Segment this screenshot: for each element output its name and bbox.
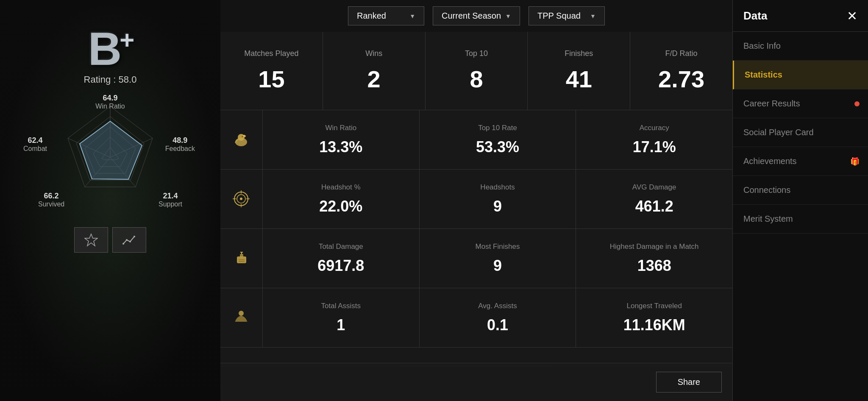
top-bar: Ranked ▼ Current Season ▼ TPP Squad ▼: [220, 0, 732, 32]
basic-info-label: Basic Info: [743, 41, 781, 50]
stat-avg-assists: Avg. Assists 0.1: [420, 288, 576, 347]
radar-svg: [51, 98, 170, 217]
main-content: Matches Played 15 Wins 2 Top 10 8 Finish…: [220, 32, 732, 401]
avg-damage-label: AVG Damage: [632, 183, 676, 192]
sidebar-title: Data: [743, 9, 767, 22]
sidebar-header: Data ✕: [733, 0, 868, 32]
row-3-cells: Total Damage 6917.8 Most Finishes 9 High…: [263, 229, 732, 288]
sidebar-nav: Basic Info Statistics Career Results Soc…: [733, 32, 868, 234]
headshot-pct-value: 22.0%: [319, 198, 362, 215]
radar-value-win-ratio: 64.9: [95, 94, 125, 103]
accuracy-label: Accuracy: [640, 123, 669, 133]
most-finishes-value: 9: [493, 257, 502, 275]
radar-value-survived: 66.2: [38, 192, 64, 200]
sidebar-item-connections[interactable]: Connections: [733, 176, 868, 205]
svg-point-15: [134, 236, 135, 237]
career-results-notification-dot: [854, 101, 860, 106]
season-label: Current Season: [442, 11, 501, 21]
grenade-icon: [220, 229, 263, 288]
radar-label-feedback-text: Feedback: [165, 145, 195, 152]
radar-value-feedback: 48.9: [165, 136, 195, 145]
fd-ratio-label: F/D Ratio: [665, 49, 698, 58]
highest-damage-value: 1368: [637, 257, 671, 275]
season-arrow-icon: ▼: [505, 13, 511, 19]
stats-row-2: Headshot % 22.0% Headshots 9 AVG Damage …: [220, 170, 732, 229]
top10-rate-value: 53.3%: [476, 138, 519, 156]
connections-label: Connections: [743, 185, 790, 195]
mode-dropdown[interactable]: TPP Squad ▼: [529, 6, 605, 25]
close-button[interactable]: ✕: [847, 8, 857, 23]
radar-label-support-text: Support: [159, 200, 182, 208]
svg-point-22: [240, 198, 242, 200]
row-2-cells: Headshot % 22.0% Headshots 9 AVG Damage …: [263, 170, 732, 228]
svg-point-33: [239, 311, 244, 316]
radar-label-survived-text: Survived: [38, 200, 64, 208]
chart-icon-button[interactable]: [112, 227, 146, 253]
headshot-pct-label: Headshot %: [321, 183, 361, 192]
radar-label-combat: 62.4 Combat: [23, 136, 47, 153]
svg-rect-28: [240, 254, 243, 257]
left-panel: B+ Rating : 58.0 64.9 Win Ratio 48.9 Fee…: [0, 0, 220, 401]
stat-fd-ratio: F/D Ratio 2.73: [630, 32, 732, 110]
social-player-card-label: Social Player Card: [743, 128, 814, 137]
merit-system-label: Merit System: [743, 214, 793, 223]
stat-longest-traveled: Longest Traveled 11.16KM: [576, 288, 732, 347]
finishes-label: Finishes: [565, 49, 593, 58]
win-ratio-value: 13.3%: [319, 138, 362, 156]
stat-total-assists: Total Assists 1: [263, 288, 420, 347]
fd-ratio-value: 2.73: [658, 65, 704, 93]
grade-badge: B+: [88, 25, 133, 72]
ranked-arrow-icon: ▼: [409, 13, 415, 19]
stat-win-ratio: Win Ratio 13.3%: [263, 110, 420, 169]
stat-matches-played: Matches Played 15: [220, 32, 323, 110]
right-sidebar: Data ✕ Basic Info Statistics Career Resu…: [732, 0, 868, 401]
stat-headshots: Headshots 9: [420, 170, 576, 228]
rating-value: 58.0: [119, 74, 137, 85]
total-assists-label: Total Assists: [321, 301, 361, 311]
grade-letter: B: [88, 22, 120, 75]
avg-assists-value: 0.1: [487, 316, 508, 334]
radar-label-support: 21.4 Support: [159, 192, 182, 208]
stat-wins: Wins 2: [323, 32, 426, 110]
ranked-label: Ranked: [357, 11, 386, 21]
sidebar-item-career-results[interactable]: Career Results: [733, 89, 868, 118]
radar-label-combat-text: Combat: [23, 145, 47, 152]
radar-label-feedback: 48.9 Feedback: [165, 136, 195, 153]
svg-marker-11: [85, 234, 97, 246]
share-button[interactable]: Share: [656, 372, 722, 393]
accuracy-value: 17.1%: [633, 138, 676, 156]
ranked-dropdown[interactable]: Ranked ▼: [348, 6, 424, 25]
svg-point-19: [242, 136, 243, 137]
top10-rate-label: Top 10 Rate: [478, 123, 517, 133]
grade-suffix: +: [120, 26, 132, 54]
sidebar-item-social-player-card[interactable]: Social Player Card: [733, 118, 868, 147]
sidebar-item-basic-info[interactable]: Basic Info: [733, 32, 868, 61]
sidebar-item-achievements[interactable]: Achievements 🎁: [733, 147, 868, 176]
season-dropdown[interactable]: Current Season ▼: [433, 6, 520, 25]
sidebar-item-merit-system[interactable]: Merit System: [733, 205, 868, 234]
stat-top10: Top 10 8: [426, 32, 528, 110]
total-damage-label: Total Damage: [319, 242, 363, 251]
svg-point-13: [126, 239, 128, 241]
matches-played-label: Matches Played: [244, 49, 298, 58]
stat-most-finishes: Most Finishes 9: [420, 229, 576, 288]
mode-label: TPP Squad: [537, 11, 581, 21]
top10-label: Top 10: [465, 49, 488, 58]
radar-chart: 64.9 Win Ratio 48.9 Feedback 21.4 Suppor…: [51, 98, 170, 217]
headshot-icon: [220, 170, 263, 228]
longest-traveled-label: Longest Traveled: [626, 301, 682, 311]
sidebar-item-statistics[interactable]: Statistics: [733, 61, 868, 89]
svg-marker-10: [80, 121, 142, 179]
row-1-cells: Win Ratio 13.3% Top 10 Rate 53.3% Accura…: [263, 110, 732, 169]
achievements-gift-icon: 🎁: [850, 157, 860, 166]
star-icon-button[interactable]: [74, 227, 108, 253]
career-results-label: Career Results: [743, 99, 800, 108]
total-damage-value: 6917.8: [317, 257, 364, 275]
assists-icon: [220, 288, 263, 347]
rating-display: Rating : 58.0: [84, 74, 137, 85]
bottom-buttons: [74, 227, 146, 253]
rating-label: Rating :: [84, 74, 116, 85]
statistics-label: Statistics: [745, 70, 782, 79]
chicken-icon: [220, 110, 263, 169]
matches-played-value: 15: [258, 65, 284, 93]
